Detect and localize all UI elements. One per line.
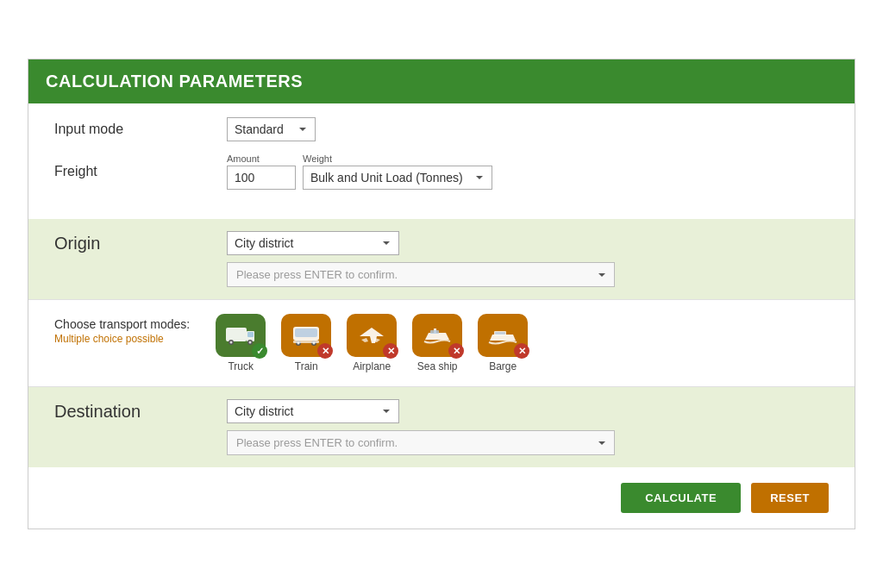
sea-ship-icon-box: ✕: [412, 314, 462, 357]
train-svg: [291, 324, 322, 347]
truck-svg: [225, 324, 256, 347]
transport-train[interactable]: ✕ Train: [281, 314, 331, 372]
calculate-button[interactable]: CALCULATE: [621, 483, 741, 513]
freight-label: Freight: [54, 164, 227, 179]
main-container: CALCULATION PARAMETERS Input mode Standa…: [28, 59, 855, 529]
sea-ship-svg: [422, 324, 453, 347]
sea-ship-label: Sea ship: [417, 360, 458, 372]
sea-ship-badge: ✕: [448, 343, 464, 359]
input-mode-select[interactable]: Standard Advanced: [227, 117, 316, 141]
svg-rect-13: [293, 341, 319, 343]
svg-rect-15: [430, 330, 439, 334]
transport-label-group: Choose transport modes: Multiple choice …: [54, 314, 190, 345]
destination-district-select[interactable]: City district Region Country: [227, 399, 399, 423]
destination-sub-row: Please press ENTER to confirm.: [28, 423, 855, 467]
airplane-badge: ✕: [383, 343, 398, 359]
train-badge: ✕: [317, 343, 333, 359]
train-icon-box: ✕: [281, 314, 331, 357]
input-mode-label: Input mode: [54, 122, 227, 137]
barge-icon-box: ✕: [478, 314, 528, 357]
transport-barge[interactable]: ✕ Barge: [478, 314, 528, 372]
airplane-icon-box: ✕: [347, 314, 397, 357]
freight-inputs: Amount Weight Bulk and Unit Load (Tonnes…: [227, 153, 492, 190]
svg-point-6: [249, 341, 252, 344]
truck-label: Truck: [228, 360, 254, 372]
airplane-label: Airplane: [353, 360, 391, 372]
destination-label: Destination: [54, 402, 227, 422]
destination-confirm-select[interactable]: Please press ENTER to confirm.: [227, 430, 615, 455]
train-label: Train: [295, 360, 318, 372]
origin-section: Origin City district Region Country Plea…: [28, 219, 855, 299]
svg-rect-17: [495, 332, 505, 335]
section-title: CALCULATION PARAMETERS: [46, 72, 303, 91]
input-mode-row: Input mode Standard Advanced: [54, 117, 829, 141]
svg-rect-0: [226, 328, 247, 341]
freight-amount-label: Amount: [227, 153, 296, 164]
freight-weight-label: Weight: [303, 153, 492, 164]
transport-truck[interactable]: ✓ Truck: [216, 314, 266, 372]
transport-airplane[interactable]: ✕ Airplane: [347, 314, 397, 372]
origin-confirm-select[interactable]: Please press ENTER to confirm.: [227, 262, 615, 287]
svg-rect-2: [247, 332, 254, 337]
truck-badge: ✓: [252, 343, 267, 359]
transport-section: Choose transport modes: Multiple choice …: [28, 299, 855, 387]
reset-button[interactable]: RESET: [751, 483, 829, 513]
freight-amount-col: Amount: [227, 153, 296, 190]
button-row: CALCULATE RESET: [28, 467, 855, 529]
origin-label: Origin: [54, 234, 227, 253]
svg-point-4: [230, 341, 233, 344]
freight-amount-input[interactable]: [227, 166, 296, 190]
section-header: CALCULATION PARAMETERS: [28, 59, 855, 103]
destination-row: Destination City district Region Country: [28, 387, 855, 423]
form-body: Input mode Standard Advanced Freight Amo…: [28, 103, 855, 219]
destination-section: Destination City district Region Country…: [28, 387, 855, 467]
truck-icon-box: ✓: [216, 314, 266, 357]
freight-weight-select[interactable]: Bulk and Unit Load (Tonnes) Containers (…: [303, 166, 492, 190]
transport-subtitle: Multiple choice possible: [54, 333, 190, 345]
freight-row: Freight Amount Weight Bulk and Unit Load…: [54, 153, 829, 190]
transport-icons-group: ✓ Truck ✕ Tr: [216, 314, 528, 372]
origin-sub-row: Please press ENTER to confirm.: [28, 255, 855, 299]
barge-label: Barge: [489, 360, 517, 372]
freight-inputs-group: Amount Weight Bulk and Unit Load (Tonnes…: [227, 153, 492, 190]
barge-svg: [487, 324, 518, 347]
origin-district-select[interactable]: City district Region Country: [227, 231, 399, 255]
airplane-svg: [356, 324, 387, 347]
transport-title: Choose transport modes:: [54, 317, 190, 331]
svg-rect-8: [295, 328, 317, 337]
origin-row: Origin City district Region Country: [28, 219, 855, 255]
barge-badge: ✕: [514, 343, 529, 359]
transport-sea-ship[interactable]: ✕ Sea ship: [412, 314, 462, 372]
freight-weight-col: Weight Bulk and Unit Load (Tonnes) Conta…: [303, 153, 492, 190]
